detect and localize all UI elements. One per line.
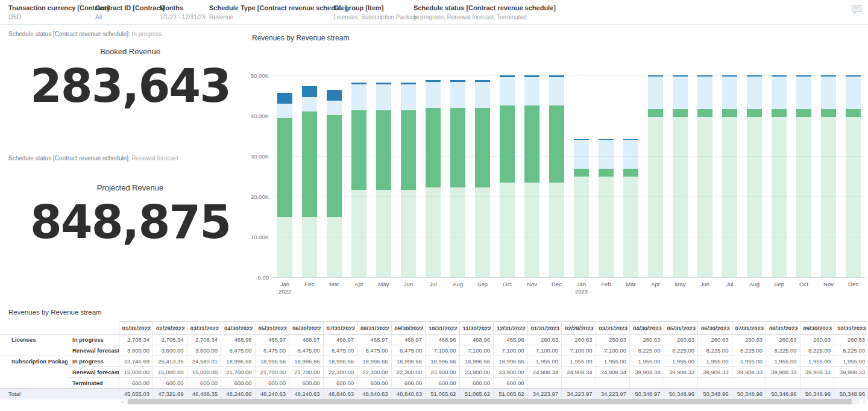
bar-2023-jul[interactable] [717,75,742,277]
bar-segment [277,93,292,104]
row-status-label: Renewal forecast [68,345,119,356]
kpi-value: 848,875 [0,199,260,245]
bar-segment [846,77,861,110]
table-cell: 21,700.00 [289,367,324,378]
bar-2023-apr[interactable] [643,75,668,277]
table-cell: 23,900.00 [426,367,460,378]
bar-segment [475,82,490,108]
bar-2022-jan[interactable] [272,75,297,277]
column-header: 08/31/2023 [766,322,800,334]
table-cell: 260.63 [562,334,596,345]
bar-segment [722,77,737,110]
kpi-status-booked: Schedule status [Contract revenue schedu… [8,31,162,37]
bar-segment [351,84,366,110]
bar-2022-feb[interactable] [297,75,322,277]
bar-2022-jun[interactable] [396,75,421,277]
scroll-right-arrow-icon[interactable]: › [860,398,868,405]
bar-segment [302,114,317,216]
bar-segment [524,77,539,105]
filter-control[interactable]: Schedule Type [Contract revenue schedule… [209,4,347,20]
table-cell: 8,225.00 [630,345,664,356]
bar-segment [302,86,317,97]
row-status-label: Terminated [68,378,119,389]
scroll-left-arrow-icon[interactable]: ‹ [119,398,127,405]
filter-control[interactable]: Schedule status [Contract revenue schedu… [414,4,556,20]
table-cell: 22,300.00 [323,367,357,378]
bar-2023-oct[interactable] [791,75,816,277]
table-cell: 7,100.00 [426,345,460,356]
bar-2022-apr[interactable] [347,75,371,277]
table-cell: 468.96 [459,334,494,345]
bar-2022-sep[interactable] [470,75,495,277]
table-cell: 8,225.00 [698,345,732,356]
table-cell: 8,225.00 [732,345,766,356]
bar-2022-nov[interactable] [520,75,544,277]
filter-bar: Transaction currency [Contract]USDContra… [0,0,868,25]
filter-control[interactable]: Contract ID [Contract]All [95,4,165,20]
column-header: 02/28/2023 [562,322,596,334]
table-cell: 600.00 [221,378,256,389]
table-cell: 1,955.00 [834,356,868,367]
table-cell [698,378,732,389]
table-cell: 18,996.66 [459,356,494,367]
filter-control[interactable]: GL group [Item]Licenses, Subscription Pa… [334,4,420,20]
table-cell [800,378,834,389]
bar-segment [426,110,441,187]
bar-segment [648,77,663,110]
filter-control[interactable]: Transaction currency [Contract]USD [8,4,109,20]
bar-2023-sep[interactable] [767,75,791,277]
bar-2022-aug[interactable] [445,75,470,277]
bar-2022-oct[interactable] [495,75,520,277]
bar-segment [796,109,811,117]
bar-2023-may[interactable] [668,75,693,277]
bar-2023-feb[interactable] [594,75,618,277]
kpi-status-value: Renewal forecast [132,155,178,162]
bar-2023-jun[interactable] [693,75,717,277]
bar-2023-dec[interactable] [841,75,866,277]
scrollbar-track[interactable] [127,399,860,404]
x-axis-tick: Mar [322,281,347,295]
x-axis-tick: Feb [594,281,618,295]
column-header: 10/31/2023 [834,322,868,334]
bar-2023-mar[interactable] [618,75,643,277]
kpi-status-value: In progress [132,31,162,37]
bar-2022-may[interactable] [371,75,396,277]
bar-2023-jan[interactable] [569,75,594,277]
bar-segment [426,187,441,277]
table-cell: 39,908.34 [630,367,664,378]
x-axis-tick: Aug [445,281,470,295]
table-cell: 600.00 [187,378,221,389]
bars-container [272,75,866,277]
kpi-title: Booked Revenue [0,47,260,56]
table-cell: 600.00 [426,378,460,389]
bar-segment [599,169,614,177]
bar-segment [821,117,836,277]
table-cell [562,378,596,389]
table-cell: 7,100.00 [562,345,596,356]
table-cell: 468.97 [357,334,392,345]
filter-label: GL group [Item] [334,4,420,11]
bar-2022-dec[interactable] [544,75,569,277]
table-corner [0,322,119,334]
table-cell: 1,955.00 [698,356,732,367]
bar-2022-mar[interactable] [322,75,347,277]
filter-control[interactable]: Months1/1/22 - 12/31/23 [160,4,206,20]
bar-2022-jul[interactable] [421,75,445,277]
column-header: 02/28/2022 [153,322,187,334]
bar-segment [500,183,515,277]
table-cell: 2,708.34 [187,334,221,345]
x-axis-tick: Jan2022 [272,281,297,295]
table-cell: 468.96 [426,334,460,345]
bar-2023-nov[interactable] [816,75,841,277]
comment-icon[interactable] [851,4,863,15]
bar-segment [623,177,638,277]
scrollbar-thumb[interactable] [128,399,852,404]
table-cell: 260.63 [596,334,630,345]
filter-label: Transaction currency [Contract] [8,4,109,11]
x-axis-tick: Oct [495,281,520,295]
x-axis-labels: Jan2022FebMarAprMayJunJulAugSepOctNovDec… [272,281,866,295]
x-axis-tick: Oct [791,281,816,295]
row-group-label: Subscription Package [0,356,68,389]
table-cell [834,378,868,389]
bar-2023-aug[interactable] [742,75,767,277]
